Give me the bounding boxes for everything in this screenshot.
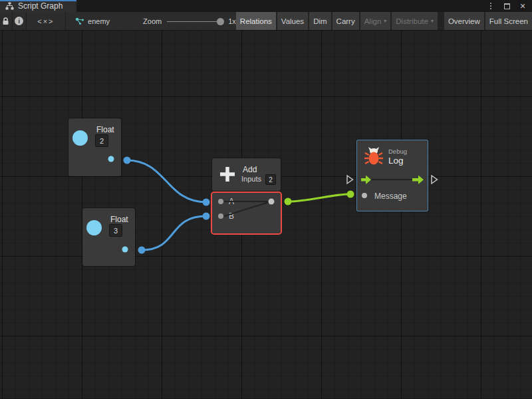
chevron-down-icon: ▾ [431, 18, 434, 24]
node-title: Float [96, 125, 114, 134]
toolbar-button-align[interactable]: Align▾ [360, 12, 391, 30]
tab-script-graph[interactable]: Script Graph [0, 0, 76, 12]
graph-context: enemy Zoom 1x [75, 17, 236, 25]
maximize-icon[interactable] [503, 2, 511, 10]
add-node-header[interactable]: Add Inputs 2 [212, 158, 281, 191]
port-b-label: B [229, 211, 234, 221]
wire-endpoint [124, 157, 131, 164]
wire-endpoint [203, 213, 210, 220]
inputs-label: Inputs [241, 175, 261, 183]
node-title: Float [110, 215, 128, 224]
close-icon[interactable]: × [519, 2, 527, 10]
zoom-label: Zoom [143, 17, 162, 25]
tab-title: Script Graph [18, 1, 63, 11]
toolbar-button-carry[interactable]: Carry [332, 12, 359, 30]
add-node-ports[interactable]: A B [212, 193, 281, 233]
inputs-count-input[interactable]: 2 [265, 174, 276, 185]
window-controls: × [487, 0, 532, 12]
node-category: Debug [388, 148, 407, 155]
toolbar-buttons: Relations Values Dim Carry Align▾ Distri… [236, 12, 532, 30]
toolbar-button-values[interactable]: Values [277, 12, 308, 30]
info-icon: i [15, 17, 23, 25]
float-value-input[interactable]: 3 [109, 224, 122, 237]
bug-icon [363, 146, 384, 169]
node-title: Log [388, 156, 404, 166]
flow-input-port[interactable] [347, 176, 353, 184]
float-port-circle[interactable] [86, 220, 102, 235]
graph-canvas[interactable]: Float 2 Float 3 Add Inputs 2 A B [0, 31, 532, 398]
float-node-1[interactable]: Float 2 [68, 118, 121, 176]
graph-hierarchy-icon [5, 2, 14, 10]
toolbar-button-relations[interactable]: Relations [236, 12, 276, 30]
inspect-button[interactable]: i [13, 12, 27, 30]
script-graph-window: Script Graph × i <×> [0, 0, 532, 399]
wire-endpoint [285, 198, 292, 205]
more-options-icon[interactable] [487, 2, 495, 10]
port-a-label: A [229, 197, 234, 206]
wire-endpoint [203, 199, 210, 206]
zoom-slider-thumb[interactable] [217, 18, 224, 25]
debug-log-node[interactable]: Debug Log Message [356, 140, 428, 211]
lock-icon [2, 17, 9, 25]
toolbar-button-dim[interactable]: Dim [309, 12, 331, 30]
flow-output-port[interactable] [432, 176, 438, 184]
float-value-input[interactable]: 2 [95, 134, 108, 147]
wire-float2-to-add-b[interactable] [142, 216, 206, 250]
code-view-button[interactable]: <×> [27, 12, 66, 30]
float-port-circle[interactable] [72, 130, 88, 146]
lock-button[interactable] [0, 12, 13, 30]
toolbar-button-overview[interactable]: Overview [444, 12, 484, 30]
graph-toolbar: i <×> enemy Zoom 1x Relations Values Dim [0, 12, 532, 31]
plus-icon [218, 165, 237, 186]
zoom-slider[interactable] [167, 17, 224, 25]
zoom-value: 1x [228, 17, 236, 25]
zoom-slider-track [167, 21, 224, 22]
graph-name-label: enemy [88, 17, 110, 25]
toolbar-button-fullscreen[interactable]: Full Screen [485, 12, 532, 30]
message-port-label: Message [374, 192, 407, 201]
chevron-down-icon: ▾ [384, 18, 386, 24]
wire-float1-to-add-a[interactable] [127, 160, 206, 202]
wire-add-to-debug[interactable] [288, 194, 350, 201]
code-angle-icon: <×> [37, 17, 54, 25]
float-node-2[interactable]: Float 3 [82, 208, 135, 266]
node-title: Add [243, 165, 257, 174]
titlebar: Script Graph × [0, 0, 532, 12]
wire-endpoint [347, 191, 354, 198]
script-graph-icon [75, 17, 84, 25]
wire-endpoint [138, 247, 146, 254]
toolbar-button-distribute[interactable]: Distribute▾ [392, 12, 438, 30]
